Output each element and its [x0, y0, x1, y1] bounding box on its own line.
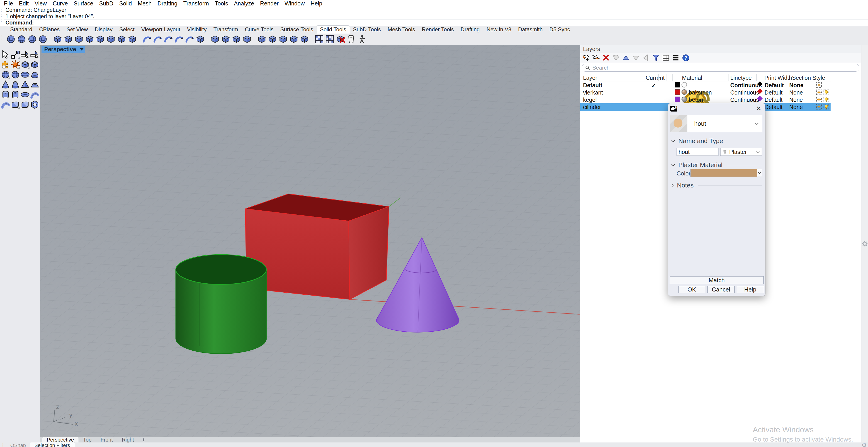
plugin-puzzle-icon[interactable]	[1, 60, 10, 70]
slab-2-icon[interactable]	[20, 100, 30, 109]
column-material[interactable]: Material	[682, 75, 702, 81]
extract-surface-icon[interactable]	[278, 34, 288, 44]
color-dropdown-button[interactable]	[757, 169, 762, 177]
command-prompt[interactable]: Command:	[4, 20, 868, 26]
add-viewport-button[interactable]: +	[138, 437, 148, 443]
material-preview-dropdown[interactable]: hout	[670, 115, 762, 132]
layer-color-swatch[interactable]	[675, 89, 680, 95]
slab-icon[interactable]	[10, 100, 20, 109]
cplane-icon[interactable]	[20, 50, 30, 60]
layer-linetype[interactable]: Continuous	[730, 82, 762, 89]
boolean-difference-icon[interactable]	[17, 34, 27, 44]
viewport-tab[interactable]: Front	[96, 437, 117, 443]
cylinder-icon[interactable]	[1, 90, 10, 100]
sphere-points-icon[interactable]	[10, 70, 20, 79]
box-star-icon[interactable]	[106, 34, 116, 44]
current-layer-check-icon[interactable]: ✓	[651, 82, 656, 89]
layer-state-sparkle-icon[interactable]	[816, 82, 822, 88]
layer-print-width[interactable]: Default	[765, 82, 784, 89]
toolbar-tab[interactable]: New in V8	[483, 26, 515, 34]
menu-analyze[interactable]: Analyze	[231, 0, 257, 7]
menu-tools[interactable]: Tools	[212, 0, 231, 7]
layer-state-sparkle-icon[interactable]	[816, 104, 822, 110]
box-points-icon[interactable]	[30, 60, 40, 70]
pipe-icon[interactable]	[1, 100, 10, 109]
help-button[interactable]: Help	[737, 286, 764, 293]
toolbar-tab[interactable]: Mesh Tools	[384, 26, 418, 34]
shell-icon[interactable]	[242, 34, 252, 44]
extrude-surface-icon[interactable]	[174, 34, 184, 44]
offset-surface-icon[interactable]	[231, 34, 241, 44]
sphere-icon[interactable]	[1, 70, 10, 79]
layer-linetype[interactable]: Continuous	[730, 97, 759, 103]
toolbar-tab[interactable]: Viewport Layout	[138, 26, 184, 34]
truncated-pyramid-icon[interactable]	[30, 80, 40, 90]
viewport-title[interactable]: Perspective	[41, 46, 85, 53]
extract-wireframe-icon[interactable]	[357, 34, 367, 44]
layer-section-style[interactable]: None	[789, 97, 803, 103]
cap-holes-icon[interactable]	[195, 34, 205, 44]
layer-lock-icon[interactable]	[669, 97, 673, 102]
move-scale-icon[interactable]	[10, 50, 20, 60]
rail-revolve-icon[interactable]	[185, 34, 195, 44]
menu-render[interactable]: Render	[257, 0, 282, 7]
layer-on-bulb-icon[interactable]	[661, 104, 666, 110]
merge-faces-icon[interactable]	[289, 34, 299, 44]
layer-print-width[interactable]: Default	[765, 97, 782, 103]
torus-icon[interactable]	[20, 90, 30, 100]
delete-face-icon[interactable]	[336, 34, 345, 44]
layer-print-width[interactable]: Default	[765, 89, 782, 96]
menu-window[interactable]: Window	[282, 0, 308, 7]
move-up-icon[interactable]	[622, 54, 630, 62]
statusbar-gear-icon[interactable]: ⚙	[862, 443, 867, 447]
menu-transform[interactable]: Transform	[180, 0, 212, 7]
material-type-dropdown[interactable]: Plaster	[720, 148, 762, 156]
search-input[interactable]	[592, 64, 856, 71]
delete-layer-icon[interactable]	[602, 54, 610, 62]
menu-mesh[interactable]: Mesh	[135, 0, 155, 7]
unroll-surface-icon[interactable]	[221, 34, 231, 44]
purge-icon[interactable]	[346, 34, 356, 44]
layer-color-swatch[interactable]	[675, 97, 680, 102]
extrude-tapered-icon[interactable]	[163, 34, 173, 44]
menu-curve[interactable]: Curve	[50, 0, 71, 7]
layer-row[interactable]: Default ✓ Continuous Default None	[580, 81, 831, 89]
material-sphere-icon[interactable]	[682, 82, 687, 88]
box-center-icon[interactable]	[85, 34, 95, 44]
cplane-2-icon[interactable]	[30, 50, 40, 60]
column-section-style[interactable]: Section Style	[792, 75, 825, 81]
toolbar-tab[interactable]: Display	[91, 26, 116, 34]
pipe-curve-icon[interactable]	[30, 90, 40, 100]
duplicate-layer-icon[interactable]	[612, 54, 620, 62]
layer-print-width[interactable]: Default	[765, 104, 782, 110]
selection-filters-toggle[interactable]: Selection Filters	[30, 443, 75, 447]
filter-icon[interactable]	[652, 54, 660, 62]
match-button[interactable]: Match	[670, 276, 764, 284]
boolean-intersection-icon[interactable]	[27, 34, 37, 44]
array-linear-icon[interactable]	[314, 34, 324, 44]
section-notes[interactable]: Notes	[671, 182, 762, 189]
section-name-and-type[interactable]: Name and Type	[671, 137, 762, 145]
menu-drafting[interactable]: Drafting	[155, 0, 180, 7]
viewport-tab[interactable]: Right	[117, 437, 138, 443]
toolbar-tab[interactable]: Visibility	[184, 26, 210, 34]
menu-file[interactable]: File	[1, 0, 16, 7]
boolean-union-icon[interactable]	[6, 34, 16, 44]
osnap-toggle[interactable]: OSnap	[7, 443, 30, 447]
toolbar-tab[interactable]: Solid Tools	[316, 26, 350, 34]
boolean-split-icon[interactable]	[38, 34, 48, 44]
explode-icon[interactable]	[10, 60, 20, 70]
layer-section-style[interactable]: None	[789, 104, 803, 110]
viewport-tab[interactable]: Perspective	[42, 437, 79, 443]
select-cursor-icon[interactable]	[1, 50, 10, 60]
close-icon[interactable]: ✕	[755, 105, 762, 112]
move-face-icon[interactable]	[257, 34, 267, 44]
paraboloid-icon[interactable]	[30, 70, 40, 79]
toolbar-tab[interactable]: Curve Tools	[241, 26, 277, 34]
toolbar-grip[interactable]: ⁞⁞	[1, 34, 2, 41]
toolbar-tab[interactable]: Render Tools	[418, 26, 457, 34]
box-corners-icon[interactable]	[63, 34, 73, 44]
layer-lock-icon[interactable]	[669, 89, 673, 95]
toolbar-tab[interactable]: Surface Tools	[277, 26, 316, 34]
viewport-tab[interactable]: Top	[79, 437, 96, 443]
